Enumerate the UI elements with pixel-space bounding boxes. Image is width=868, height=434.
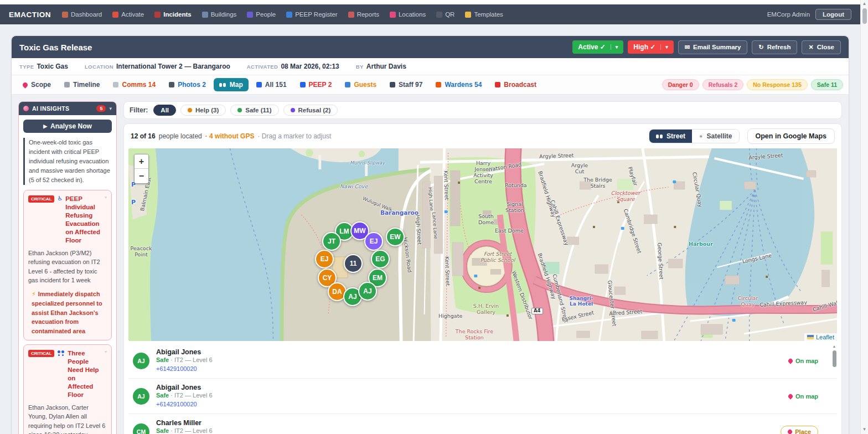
scroll-thumb[interactable] bbox=[833, 350, 836, 367]
scroll-up-icon[interactable]: ▲ bbox=[833, 344, 836, 348]
list-scrollbar[interactable]: ▲ bbox=[831, 343, 837, 434]
collapse-icon[interactable]: ▾ bbox=[105, 349, 107, 354]
tab[interactable]: Photos 2 bbox=[163, 78, 211, 91]
insight-card-header: CRITICAL ♿ Three People Need Help on Aff… bbox=[28, 349, 107, 399]
ai-insights-header[interactable]: AI INSIGHTS 5 ▾ bbox=[19, 102, 116, 115]
email-icon: ✉ bbox=[685, 44, 690, 51]
nav-item[interactable]: Incidents bbox=[154, 11, 191, 18]
nav-item-icon bbox=[286, 12, 292, 18]
map[interactable]: Argyle Street Argyle Street Watson Road … bbox=[128, 148, 837, 341]
scroll-down-icon[interactable]: ▼ bbox=[862, 427, 867, 432]
analyse-now-button[interactable]: ▶ Analyse Now bbox=[23, 120, 112, 133]
tab[interactable]: Guests bbox=[339, 78, 382, 91]
leaflet-link[interactable]: Leaflet bbox=[816, 334, 834, 340]
tab[interactable]: Map bbox=[214, 78, 249, 91]
on-map-label: On map bbox=[795, 358, 818, 364]
nav-item[interactable]: People bbox=[247, 11, 276, 18]
tab[interactable]: Staff 97 bbox=[384, 78, 428, 91]
tab[interactable]: Comms 14 bbox=[107, 78, 161, 91]
filter-pill[interactable]: Help (3) bbox=[180, 105, 226, 116]
person-status-line: Safe · IT2 — Level 6 bbox=[156, 392, 782, 399]
nav-item[interactable]: QR bbox=[436, 11, 454, 18]
on-map-link[interactable]: On map bbox=[788, 393, 818, 400]
located-row: 12 of 16 people located · 4 without GPS … bbox=[124, 124, 841, 148]
meta-key: TYPE bbox=[19, 64, 34, 70]
person-marker[interactable]: EJ bbox=[364, 232, 383, 251]
tab[interactable]: PEEP 2 bbox=[294, 78, 338, 91]
map-label: Clocktower Square bbox=[609, 190, 642, 203]
nav-item[interactable]: Activate bbox=[112, 11, 144, 18]
status-badge[interactable]: Refusals 2 bbox=[702, 79, 744, 90]
on-map-link[interactable]: On map bbox=[788, 358, 818, 364]
severity-dropdown[interactable]: High ✓ ▾ bbox=[628, 40, 674, 54]
tab-label: Wardens 54 bbox=[445, 81, 482, 89]
nav-item[interactable]: Dashboard bbox=[62, 11, 102, 18]
scroll-thumb[interactable] bbox=[862, 8, 867, 24]
tab[interactable]: Timeline bbox=[59, 78, 105, 91]
page-scrollbar[interactable]: ▲ ▼ bbox=[860, 0, 868, 434]
app-brand: EMACTION bbox=[9, 11, 51, 19]
map-label: The Rocks Fire Station bbox=[455, 329, 494, 341]
current-user: EMCorp Admin bbox=[767, 11, 810, 18]
nav-item-label: Reports bbox=[357, 11, 379, 18]
tab-label: Comms 14 bbox=[122, 81, 156, 89]
zoom-in-button[interactable]: + bbox=[135, 154, 148, 169]
refresh-button[interactable]: ↻ Refresh bbox=[752, 40, 797, 54]
person-marker[interactable]: EW bbox=[386, 228, 405, 246]
person-location: · IT2 — Level 6 bbox=[169, 427, 212, 434]
nav-item[interactable]: Reports bbox=[348, 11, 379, 18]
person-marker[interactable]: AJ bbox=[358, 282, 377, 301]
logout-button[interactable]: Logout bbox=[815, 9, 851, 20]
place-button[interactable]: Place bbox=[781, 426, 818, 434]
person-row[interactable]: CM Charles Miller Safe · IT2 — Level 6 +… bbox=[128, 414, 837, 434]
filter-pill[interactable]: Safe (11) bbox=[230, 105, 278, 116]
insight-title: Three People Need Help on Affected Floor bbox=[68, 349, 102, 399]
nav-item[interactable]: PEEP Register bbox=[286, 11, 338, 18]
page-title: Toxic Gas Release bbox=[19, 43, 568, 52]
insight-card[interactable]: CRITICAL ♿ PEEP Individual Refusing Evac… bbox=[23, 190, 112, 340]
person-row[interactable]: AJ Abigail Jones Safe · IT2 — Level 6 +6… bbox=[128, 379, 837, 414]
map-label: Signal Station bbox=[503, 202, 527, 214]
status-dropdown[interactable]: Active ✓ ▾ bbox=[572, 40, 623, 54]
email-summary-button[interactable]: ✉ Email Summary bbox=[678, 40, 748, 54]
close-button[interactable]: ✕ Close bbox=[802, 40, 841, 54]
filter-pill[interactable]: All bbox=[153, 105, 176, 116]
status-badge[interactable]: Danger 0 bbox=[662, 79, 699, 90]
meta-key: ACTIVATED bbox=[247, 64, 278, 70]
zoom-out-button[interactable]: − bbox=[135, 169, 148, 183]
filter-pill[interactable]: Refusal (2) bbox=[283, 105, 338, 116]
person-phone[interactable]: +61429100020 bbox=[156, 365, 197, 372]
street-view-button[interactable]: Street bbox=[649, 130, 692, 143]
filter-pills: All Help (3) Safe (11) bbox=[153, 105, 338, 116]
person-phone[interactable]: +61429100020 bbox=[156, 401, 197, 407]
tab-label: Staff 97 bbox=[399, 81, 422, 89]
analyse-now-label: Analyse Now bbox=[50, 122, 92, 130]
satellite-view-button[interactable]: ✶ Satellite bbox=[692, 130, 738, 143]
insight-card[interactable]: CRITICAL ♿ Three People Need Help on Aff… bbox=[23, 344, 112, 434]
person-row[interactable]: AJ Abigail Jones Safe · IT2 — Level 6 +6… bbox=[128, 343, 837, 379]
content-area: AI INSIGHTS 5 ▾ ▶ Analyse Now One-week-o… bbox=[12, 95, 849, 434]
person-marker[interactable]: EG bbox=[371, 250, 390, 268]
status-badge[interactable]: Safe 11 bbox=[811, 79, 843, 90]
insights-count-badge: 5 bbox=[96, 105, 106, 112]
person-marker[interactable]: JT bbox=[322, 232, 341, 251]
tab-icon bbox=[22, 81, 29, 89]
tab[interactable]: All 151 bbox=[251, 78, 292, 91]
person-marker[interactable]: EJ bbox=[315, 250, 334, 268]
tab[interactable]: Wardens 54 bbox=[430, 78, 487, 91]
tab[interactable]: Scope bbox=[17, 78, 56, 91]
open-google-maps-button[interactable]: Open in Google Maps bbox=[747, 128, 835, 144]
nav-item[interactable]: Buildings bbox=[202, 11, 237, 18]
collapse-icon[interactable]: ▾ bbox=[105, 195, 107, 200]
tab[interactable]: Broadcast bbox=[489, 78, 542, 91]
tab-icon bbox=[256, 82, 262, 87]
scroll-up-icon[interactable]: ▲ bbox=[862, 1, 867, 6]
tab-icon bbox=[169, 82, 174, 87]
nav-item[interactable]: Locations bbox=[390, 11, 426, 18]
insight-cards: CRITICAL ♿ PEEP Individual Refusing Evac… bbox=[23, 190, 112, 434]
map-label: S.H. Ervin Gallery bbox=[471, 303, 502, 316]
person-marker[interactable]: 11 bbox=[344, 254, 363, 273]
refresh-icon: ↻ bbox=[758, 44, 763, 51]
status-badge[interactable]: No Response 135 bbox=[747, 79, 808, 90]
nav-item[interactable]: Templates bbox=[465, 11, 503, 18]
